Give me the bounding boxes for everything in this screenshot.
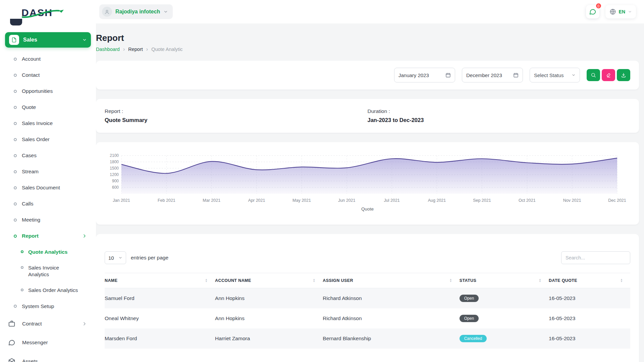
svg-text:Nov 2021: Nov 2021 bbox=[563, 198, 581, 203]
table-controls: 10 entries per page bbox=[105, 251, 630, 264]
cell-status: Cancelled bbox=[460, 328, 549, 349]
breadcrumb-dashboard[interactable]: Dashboard bbox=[96, 47, 120, 52]
chevron-down-icon bbox=[118, 256, 122, 260]
sidebar-item-contact[interactable]: Contact bbox=[0, 67, 96, 83]
chart-card: 6009001200150018002100Jan 2021Feb 2021Ma… bbox=[96, 142, 639, 225]
svg-text:Oct 2021: Oct 2021 bbox=[519, 198, 536, 203]
table-row[interactable]: Samuel FordAnn HopkinsRichard AtkinsonOp… bbox=[105, 288, 630, 309]
sidebar-item-cases[interactable]: Cases bbox=[0, 147, 96, 164]
column-header-status[interactable]: STATUS▲▼ bbox=[460, 273, 549, 288]
svg-text:600: 600 bbox=[112, 185, 119, 190]
reset-filter-button[interactable] bbox=[602, 69, 615, 81]
bullet-icon bbox=[14, 90, 17, 93]
sidebar-item-assets[interactable]: Assets bbox=[0, 352, 96, 362]
status-select[interactable]: Select Status bbox=[530, 68, 580, 82]
cell-name: Oneal Whitney bbox=[105, 308, 215, 328]
entries-per-page-label: entries per page bbox=[131, 255, 168, 261]
sidebar-item-label: Sales Document bbox=[22, 185, 60, 191]
breadcrumb-separator: › bbox=[123, 47, 125, 52]
eraser-icon bbox=[606, 72, 611, 78]
table-header-row: NAME▲▼ACCOUNT NAME▲▼ASSIGN USER▲▼STATUS▲… bbox=[105, 273, 630, 288]
breadcrumb-report[interactable]: Report bbox=[128, 47, 143, 52]
sidebar-item-meeting[interactable]: Meeting bbox=[0, 212, 96, 228]
svg-text:Aug 2021: Aug 2021 bbox=[428, 198, 446, 203]
sidebar-item-messenger[interactable]: Messenger bbox=[0, 333, 96, 352]
box-icon bbox=[7, 358, 16, 362]
chevron-right-icon bbox=[82, 233, 87, 239]
cell-date-quote: 16-05-2023 bbox=[549, 308, 630, 328]
page-title: Report bbox=[96, 33, 639, 43]
svg-text:1800: 1800 bbox=[110, 160, 119, 164]
cell-account-name: Ann Hopkins bbox=[215, 308, 323, 328]
breadcrumb: Dashboard › Report › Quote Analytic bbox=[96, 47, 639, 52]
table-row[interactable]: Oneal WhitneyAnn HopkinsRichard Atkinson… bbox=[105, 308, 630, 328]
sidebar-menu-after: System Setup bbox=[0, 298, 96, 314]
status-badge: Cancelled bbox=[460, 335, 487, 342]
column-header-date-quote[interactable]: DATE QUOTE▲▼ bbox=[549, 273, 630, 288]
chevron-down-icon bbox=[82, 38, 87, 42]
topbar: Rajodiya infotech 0 EN bbox=[96, 0, 644, 23]
company-name: Rajodiya infotech bbox=[115, 9, 160, 15]
language-code: EN bbox=[619, 9, 625, 14]
column-header-name[interactable]: NAME▲▼ bbox=[105, 273, 215, 288]
sort-icon: ▲▼ bbox=[313, 279, 315, 283]
svg-text:Apr 2021: Apr 2021 bbox=[248, 198, 265, 203]
sidebar-item-report[interactable]: Report bbox=[0, 228, 96, 244]
sidebar-item-system-setup[interactable]: System Setup bbox=[0, 298, 96, 314]
sidebar-item-calls[interactable]: Calls bbox=[0, 196, 96, 212]
sidebar-subitem-sales-invoice-analytics[interactable]: Sales Invoice Analytics bbox=[21, 260, 96, 282]
sidebar-item-sales-invoice[interactable]: Sales Invoice bbox=[0, 115, 96, 131]
sidebar-item-sales-order[interactable]: Sales Order bbox=[0, 131, 96, 147]
sidebar-item-quote[interactable]: Quote bbox=[0, 99, 96, 115]
calendar-icon bbox=[445, 72, 451, 78]
column-header-label: ASSIGN USER bbox=[323, 278, 353, 283]
download-button[interactable] bbox=[617, 69, 630, 81]
cell-account-name: Ann Hopkins bbox=[215, 288, 323, 309]
start-month-input[interactable]: January 2023 bbox=[394, 68, 455, 82]
svg-text:Jan 2021: Jan 2021 bbox=[113, 198, 130, 203]
sidebar-subitem-label: Quote Analytics bbox=[28, 249, 67, 255]
sidebar-item-contract[interactable]: Contract bbox=[0, 314, 96, 333]
column-header-account-name[interactable]: ACCOUNT NAME▲▼ bbox=[215, 273, 323, 288]
app-logo[interactable]: DASH bbox=[0, 0, 96, 20]
bullet-icon bbox=[14, 235, 17, 238]
sidebar-item-account[interactable]: Account bbox=[0, 51, 96, 67]
company-selector[interactable]: Rajodiya infotech bbox=[99, 4, 173, 19]
column-header-assign-user[interactable]: ASSIGN USER▲▼ bbox=[323, 273, 459, 288]
report-label: Report : bbox=[105, 108, 368, 114]
table-row[interactable]: Marsden FordHarriet ZamoraBernard Blanke… bbox=[105, 328, 630, 349]
sidebar-item-label: Meeting bbox=[22, 217, 40, 223]
filter-card: January 2023 December 2023 Select Status bbox=[96, 61, 639, 89]
sidebar-bottom-menu: ContractMessengerAssets bbox=[0, 314, 96, 362]
chat-bubble-icon bbox=[7, 339, 16, 346]
end-month-value: December 2023 bbox=[466, 72, 502, 78]
sidebar-group-sales[interactable]: Sales bbox=[5, 32, 91, 48]
cell-name: Marsden Ford bbox=[105, 328, 215, 349]
chevron-down-icon bbox=[572, 73, 576, 77]
search-input[interactable] bbox=[561, 251, 630, 264]
notification-badge: 0 bbox=[595, 3, 602, 9]
messages-button[interactable]: 0 bbox=[586, 5, 599, 18]
sidebar-subitem-sales-order-analytics[interactable]: Sales Order Analytics bbox=[21, 282, 96, 298]
page-size-select[interactable]: 10 bbox=[105, 251, 126, 264]
svg-text:1200: 1200 bbox=[110, 172, 119, 177]
bullet-icon bbox=[14, 202, 17, 205]
sidebar-item-label: Sales Invoice bbox=[22, 120, 53, 126]
sidebar-item-sales-document[interactable]: Sales Document bbox=[0, 180, 96, 196]
language-selector[interactable]: EN bbox=[605, 5, 636, 18]
sidebar-item-opportunities[interactable]: Opportunities bbox=[0, 83, 96, 99]
bullet-icon bbox=[14, 305, 17, 308]
end-month-input[interactable]: December 2023 bbox=[462, 68, 523, 82]
sidebar-item-label: Stream bbox=[22, 169, 39, 175]
filter-buttons bbox=[587, 69, 630, 81]
sidebar-item-label: Assets bbox=[22, 358, 38, 362]
svg-text:900: 900 bbox=[112, 179, 119, 183]
sidebar-item-label: Account bbox=[22, 56, 41, 62]
quotes-table-card: 10 entries per page NAME▲▼ACCOUNT NAME▲▼… bbox=[96, 234, 639, 362]
chevron-right-icon bbox=[82, 321, 87, 326]
apply-filter-button[interactable] bbox=[587, 69, 600, 81]
sidebar-item-stream[interactable]: Stream bbox=[0, 164, 96, 180]
sort-icon: ▲▼ bbox=[449, 279, 452, 283]
column-header-label: NAME bbox=[105, 278, 117, 283]
sidebar-subitem-quote-analytics[interactable]: Quote Analytics bbox=[21, 244, 96, 260]
